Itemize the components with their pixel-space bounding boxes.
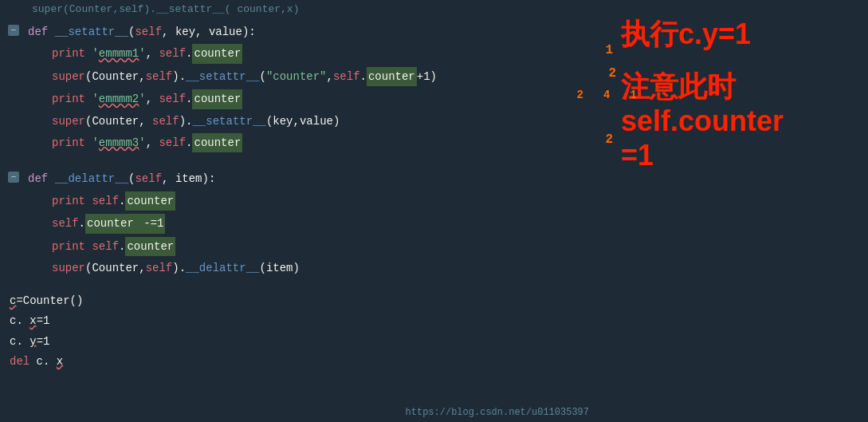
annotation-2a: 2 [608, 64, 616, 85]
delattr-line3: print self.counter [28, 235, 597, 258]
setattr-line4: super(Counter, self).__setattr__(key,val… [28, 111, 597, 132]
bottom-code: c=Counter() c. x=1 c. y=1 del c. x [0, 291, 597, 372]
setattr-line2: super(Counter,self).__setattr__("counter… [28, 65, 597, 88]
setattr-line5: print 'emmmm3', self.counter 2 [28, 132, 597, 154]
main-container: super(Counter,self).__setattr__( counter… [0, 0, 868, 422]
delattr-line4: super(Counter,self).__delattr__(item) [28, 258, 597, 278]
annotation-1a: 1 [605, 41, 613, 61]
delattr-line2: self.counter -=1 [28, 212, 597, 235]
url-bar: https://blog.csdn.net/u011035397 [406, 407, 589, 418]
annotation-2c: 2 [605, 130, 613, 151]
code-area: super(Counter,self).__setattr__( counter… [0, 0, 597, 422]
bottom-line3: c. y=1 [10, 332, 597, 352]
collapse-icon-2[interactable]: − [8, 172, 19, 183]
truncated-top: super(Counter,self).__setattr__( counter… [32, 3, 299, 15]
bottom-line1: c=Counter() [10, 291, 597, 311]
annotation-bottom3: =1 [621, 138, 844, 172]
delattr-def-line: def __delattr__(self, item): [28, 168, 597, 189]
right-panel: 执行c.y=1 注意此时 self.counter =1 [597, 0, 868, 422]
bottom-line2: c. x=1 [10, 311, 597, 331]
collapse-icon-1[interactable]: − [8, 25, 19, 36]
bottom-line4: del c. x [10, 352, 597, 372]
annotation-bottom1: 注意此时 [621, 69, 844, 104]
annotation-bottom: 注意此时 self.counter =1 [621, 69, 844, 173]
setattr-def-line: def __setattr__(self, key, value): [28, 22, 597, 42]
setattr-line3: print 'emmmm2', self.counter 2 4 1 [28, 88, 597, 110]
setattr-line1: print 'emmmm1', self.counter 1 [28, 42, 597, 65]
annotation-bottom2: self.counter [621, 104, 844, 138]
annotation-top: 执行c.y=1 [621, 16, 844, 53]
delattr-line1: print self.counter [28, 190, 597, 212]
annotation-2b: 2 4 1 [576, 86, 637, 104]
